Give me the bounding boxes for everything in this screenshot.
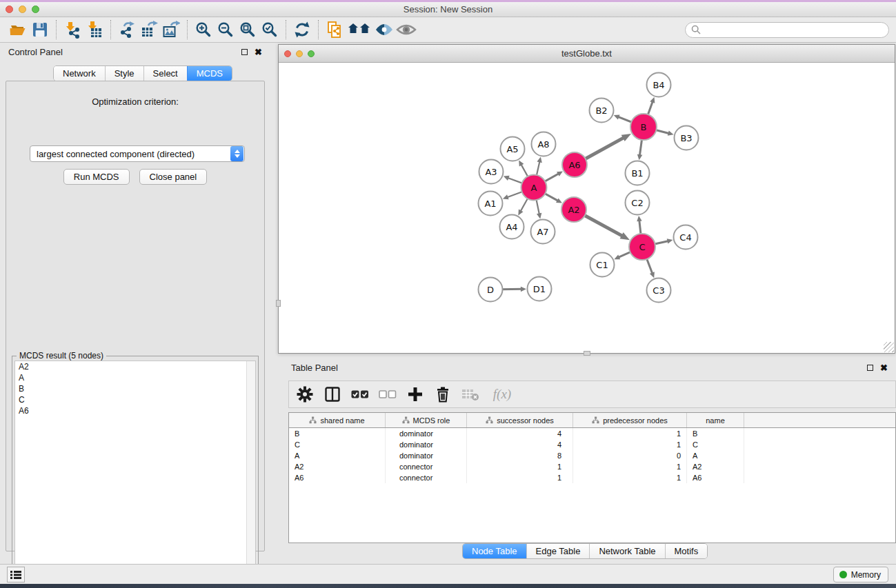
mcds-result-group: MCDS result (5 nodes) A2ABCA6 xyxy=(12,356,259,587)
memory-button[interactable]: Memory xyxy=(833,567,888,582)
table-cell[interactable]: B xyxy=(289,428,386,439)
table-cell[interactable]: 1 xyxy=(467,472,573,483)
close-table-panel-icon[interactable]: ✖ xyxy=(880,365,888,371)
table-cell[interactable]: dominator xyxy=(386,439,467,450)
table-cell[interactable]: A xyxy=(289,450,386,461)
table-cell[interactable]: 1 xyxy=(573,428,687,439)
import-network-button[interactable] xyxy=(61,19,83,40)
optimization-criterion-dropdown[interactable]: largest connected component (directed) xyxy=(30,145,245,162)
graph-edge-arrowhead xyxy=(537,157,541,163)
table-cell[interactable]: A2 xyxy=(289,461,386,472)
table-cell[interactable]: 1 xyxy=(573,461,687,472)
table-cell[interactable]: A6 xyxy=(687,472,744,483)
table-cell[interactable]: connector xyxy=(386,461,467,472)
bottom-split-handle[interactable] xyxy=(584,351,590,356)
function-builder-button[interactable]: f(x) xyxy=(489,385,515,403)
tab-select[interactable]: Select xyxy=(143,66,187,81)
table-cell[interactable]: 1 xyxy=(573,472,687,483)
table-cell[interactable]: dominator xyxy=(386,450,467,461)
run-mcds-button[interactable]: Run MCDS xyxy=(63,169,130,185)
table-cell[interactable]: dominator xyxy=(386,428,467,439)
close-panel-button[interactable]: Close panel xyxy=(139,169,208,185)
table-cell[interactable]: C xyxy=(687,439,744,450)
select-all-checkbox-button[interactable] xyxy=(351,385,369,403)
add-column-button[interactable] xyxy=(406,385,424,403)
import-table-button[interactable] xyxy=(83,19,106,40)
table-cell[interactable]: A xyxy=(687,450,744,461)
table-row[interactable]: A6connector11A6 xyxy=(289,472,895,483)
network-graph[interactable]: B4B2BB3A5A8A6A3B1AA1C2A2A4A7C4CC1C3DD1 xyxy=(279,63,895,353)
left-split-handle[interactable] xyxy=(276,300,281,307)
first-neighbors-button[interactable] xyxy=(346,19,373,40)
tab-motifs[interactable]: Motifs xyxy=(665,544,708,558)
resize-grip-icon[interactable] xyxy=(884,342,894,352)
float-panel-icon[interactable] xyxy=(241,49,248,55)
network-window-title: testGlobe.txt xyxy=(279,48,895,59)
column-header-name[interactable]: name xyxy=(687,413,744,427)
table-cell[interactable]: connector xyxy=(386,472,467,483)
refresh-button[interactable] xyxy=(291,19,313,40)
zoom-in-button[interactable] xyxy=(192,19,215,40)
mcds-result-list[interactable]: A2ABCA6 xyxy=(14,361,256,585)
open-session-button[interactable] xyxy=(7,19,29,40)
close-panel-icon[interactable]: ✖ xyxy=(255,49,262,55)
table-cell[interactable]: A6 xyxy=(289,472,386,483)
table-row[interactable]: Cdominator41C xyxy=(289,439,895,450)
float-table-panel-icon[interactable] xyxy=(867,365,873,371)
zoom-fit-button[interactable] xyxy=(237,19,259,40)
new-network-from-selection-button[interactable] xyxy=(323,19,346,40)
network-canvas[interactable]: B4B2BB3A5A8A6A3B1AA1C2A2A4A7C4CC1C3DD1 xyxy=(279,63,895,353)
hide-selected-button[interactable] xyxy=(373,19,395,40)
table-cell[interactable]: 1 xyxy=(467,461,573,472)
result-scrollbar[interactable] xyxy=(246,361,255,584)
column-header-predecessor-nodes[interactable]: predecessor nodes xyxy=(573,413,687,427)
tab-network-table[interactable]: Network Table xyxy=(589,544,664,558)
table-row[interactable]: Adominator80A xyxy=(289,450,895,461)
main-titlebar: Session: New Session xyxy=(0,2,896,17)
zoom-selected-button[interactable] xyxy=(259,19,281,40)
task-history-button[interactable] xyxy=(7,567,25,582)
save-session-button[interactable] xyxy=(29,19,51,40)
result-list-item[interactable]: C xyxy=(15,394,255,405)
search-box[interactable] xyxy=(685,22,889,38)
tab-mcds[interactable]: MCDS xyxy=(187,66,232,81)
deselect-all-checkbox-button[interactable] xyxy=(379,385,397,403)
network-view-window[interactable]: testGlobe.txt B4B2BB3A5A8A6A3B1AA1C2A2A4… xyxy=(278,44,895,354)
network-window-titlebar[interactable]: testGlobe.txt xyxy=(279,45,895,63)
table-cell[interactable]: C xyxy=(289,439,386,450)
export-image-button[interactable] xyxy=(160,19,182,40)
result-list-item[interactable]: A2 xyxy=(15,361,255,372)
table-cell[interactable]: 0 xyxy=(573,450,687,461)
table-cell[interactable]: A2 xyxy=(687,461,744,472)
table-cell[interactable]: 8 xyxy=(467,450,573,461)
table-cell[interactable]: B xyxy=(687,428,744,439)
export-network-button[interactable] xyxy=(116,19,138,40)
show-columns-button[interactable] xyxy=(323,385,341,403)
tab-network[interactable]: Network xyxy=(54,66,105,81)
graph-node-label: B4 xyxy=(653,80,664,90)
graph-edge-arrowhead xyxy=(503,194,509,199)
show-graphics-details-button[interactable] xyxy=(395,19,417,40)
column-header-successor-nodes[interactable]: successor nodes xyxy=(467,413,573,427)
column-header-MCDS-role[interactable]: MCDS role xyxy=(386,413,467,427)
tab-edge-table[interactable]: Edge Table xyxy=(526,544,590,558)
result-list-item[interactable]: B xyxy=(15,383,255,394)
table-cell[interactable]: 1 xyxy=(573,439,687,450)
table-cell[interactable]: 4 xyxy=(467,439,573,450)
tab-style[interactable]: Style xyxy=(105,66,143,81)
control-panel-header: Control Panel ✖ xyxy=(0,43,270,61)
tab-node-table[interactable]: Node Table xyxy=(463,544,526,558)
result-list-item[interactable]: A6 xyxy=(15,405,255,416)
table-row[interactable]: Bdominator41B xyxy=(289,428,895,439)
table-row[interactable]: A2connector11A2 xyxy=(289,461,895,472)
toolbar-separator xyxy=(110,20,111,39)
export-table-button[interactable] xyxy=(138,19,160,40)
column-header-shared-name[interactable]: shared name xyxy=(289,413,386,427)
table-options-button[interactable] xyxy=(296,385,314,403)
delete-table-button[interactable] xyxy=(461,385,479,403)
result-list-item[interactable]: A xyxy=(15,372,255,383)
search-input[interactable] xyxy=(701,25,883,34)
table-cell[interactable]: 4 xyxy=(467,428,573,439)
zoom-out-button[interactable] xyxy=(215,19,237,40)
delete-column-button[interactable] xyxy=(434,385,452,403)
